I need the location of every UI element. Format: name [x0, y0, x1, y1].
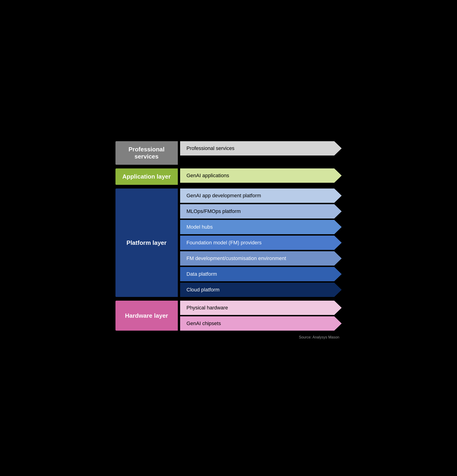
- hardware-layer-label: Hardware layer: [115, 301, 178, 331]
- platform-layer-row: Platform layer GenAI app development pla…: [115, 188, 342, 297]
- platform-item-1: GenAI app development platform: [180, 188, 342, 203]
- hardware-item-2: GenAI chipsets: [180, 316, 342, 331]
- application-layer-row: Application layer GenAI applications: [115, 169, 342, 185]
- platform-item-6: Data platform: [180, 267, 342, 281]
- platform-item-5: FM development/customisation environment: [180, 251, 342, 266]
- professional-services-row: Professional services Professional servi…: [115, 141, 342, 165]
- hardware-layer-row: Hardware layer Physical hardware GenAI c…: [115, 301, 342, 331]
- hardware-layer-content: Physical hardware GenAI chipsets: [178, 301, 342, 331]
- application-layer-item: GenAI applications: [180, 169, 342, 183]
- source-text: Source: Analysys Mason: [115, 335, 342, 340]
- diagram-container: Professional services Professional servi…: [106, 127, 351, 349]
- platform-item-7: Cloud platform: [180, 283, 342, 297]
- platform-layer-content: GenAI app development platform MLOps/FMO…: [178, 188, 342, 297]
- platform-layer-label: Platform layer: [115, 188, 178, 297]
- platform-item-2: MLOps/FMOps platform: [180, 204, 342, 219]
- professional-services-label: Professional services: [115, 141, 178, 165]
- application-layer-label: Application layer: [115, 169, 178, 185]
- platform-item-4: Foundation model (FM) providers: [180, 236, 342, 250]
- hardware-item-1: Physical hardware: [180, 301, 342, 315]
- application-layer-content: GenAI applications: [178, 169, 342, 185]
- professional-services-item: Professional services: [180, 141, 342, 155]
- platform-item-3: Model hubs: [180, 220, 342, 234]
- professional-services-content: Professional services: [178, 141, 342, 165]
